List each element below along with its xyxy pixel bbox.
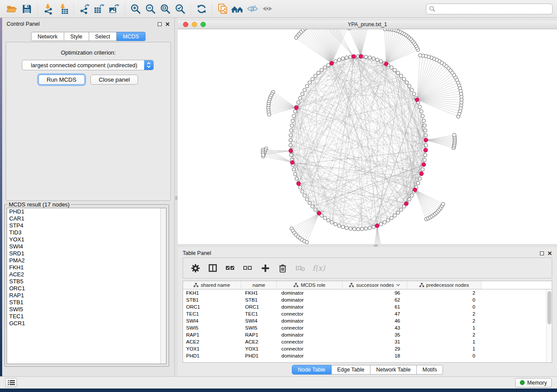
criterion-select[interactable]: largest connected component (undirected) [22,60,154,70]
column-header-shared-name[interactable]: shared name [183,281,241,289]
list-item[interactable]: ORC1 [7,285,166,292]
network-node[interactable] [423,153,427,157]
network-node[interactable] [305,241,308,244]
table-options-button[interactable] [187,260,203,276]
network-node[interactable] [364,227,368,230]
table-row[interactable]: FKH1FKH1dominator962 [183,289,552,296]
export-image-button[interactable] [107,2,121,16]
table-row[interactable]: ACE2ACE2connector311 [183,338,552,345]
network-node[interactable] [408,84,411,88]
show-all-button[interactable] [260,2,275,16]
network-node[interactable] [410,194,414,197]
network-node[interactable] [421,168,424,171]
network-node-mcds[interactable] [422,162,426,166]
tab-network-table[interactable]: Network Table [370,365,417,375]
network-node-mcds[interactable] [329,61,333,65]
network-node[interactable] [368,56,371,59]
network-node[interactable] [424,144,428,147]
network-node[interactable] [294,110,297,113]
table-row[interactable]: STB1STB1dominator620 [183,296,552,303]
list-item[interactable]: CAR1 [7,215,166,222]
table-row[interactable]: YOX1YOX1connector291 [183,345,552,352]
list-item[interactable]: YOX1 [7,236,166,243]
select-all-button[interactable] [222,260,238,276]
network-node-mcds[interactable] [375,224,379,228]
zoom-in-button[interactable] [128,2,143,16]
network-node[interactable] [418,105,422,109]
list-item[interactable]: PHD1 [7,208,166,215]
tab-edge-table[interactable]: Edge Table [332,365,370,375]
network-node[interactable] [399,74,403,78]
list-item[interactable]: TEC1 [7,313,166,320]
close-panel-icon[interactable]: ✕ [547,251,552,255]
network-node[interactable] [416,181,420,185]
float-panel-icon[interactable] [540,251,544,255]
network-node[interactable] [289,134,293,137]
network-node[interactable] [402,77,406,81]
network-node[interactable] [349,227,352,230]
network-node-mcds[interactable] [297,182,301,186]
network-node[interactable] [390,216,393,220]
table-row[interactable]: RAP1RAP1dominator352 [183,331,552,338]
export-table-button[interactable] [92,2,107,16]
network-node-mcds[interactable] [424,138,428,142]
network-node[interactable] [289,138,292,142]
network-node[interactable] [405,81,408,84]
network-node[interactable] [301,190,304,193]
delete-column-button[interactable] [275,260,291,276]
list-item[interactable]: TID3 [7,229,166,236]
network-node[interactable] [330,220,334,224]
list-item[interactable]: ACE2 [7,271,166,278]
network-node[interactable] [292,114,296,118]
network-node[interactable] [441,203,445,206]
network-node[interactable] [303,88,306,92]
network-node[interactable] [419,54,422,57]
list-item[interactable]: STP4 [7,222,166,229]
network-node[interactable] [423,158,426,162]
vertical-splitter[interactable] [175,18,178,376]
network-node[interactable] [290,153,293,157]
duplicate-network-button[interactable] [215,2,230,16]
network-node[interactable] [410,88,414,92]
column-header-mcds-role[interactable]: MCDS role [277,281,343,289]
network-node-mcds[interactable] [404,202,408,206]
network-node[interactable] [424,134,427,137]
task-history-button[interactable] [5,378,17,387]
zoom-out-button[interactable] [143,2,158,16]
open-file-button[interactable] [4,2,19,16]
close-panel-icon[interactable]: ✕ [165,22,170,26]
mcds-list-scrollbar[interactable] [160,208,166,364]
network-node[interactable] [421,114,424,118]
tab-mcds[interactable]: MCDS [117,32,145,41]
network-node[interactable] [364,55,368,58]
table-row[interactable]: SWI4SWI4dominator462 [183,317,552,324]
network-node-mcds[interactable] [317,211,321,215]
delete-table-button[interactable] [292,260,308,276]
column-header-successor-nodes[interactable]: successor nodes [343,281,407,289]
network-node[interactable] [323,66,327,69]
network-node-mcds[interactable] [415,98,419,102]
network-node[interactable] [423,129,427,132]
list-item[interactable]: GCR1 [7,320,166,327]
network-node[interactable] [337,224,341,227]
network-node[interactable] [334,60,337,63]
network-node[interactable] [423,124,426,127]
network-node[interactable] [422,119,426,123]
network-node-mcds[interactable] [384,62,388,66]
function-builder-button[interactable]: f(x) [310,260,328,276]
network-node[interactable] [291,119,294,123]
scrollbar-thumb[interactable] [547,291,551,324]
network-node[interactable] [294,172,297,176]
network-node[interactable] [393,214,397,217]
network-node-mcds[interactable] [413,188,417,192]
network-node-mcds[interactable] [419,172,423,175]
network-node[interactable] [297,101,300,104]
first-neighbors-button[interactable] [230,2,245,16]
zoom-selected-button[interactable] [173,2,187,16]
column-header-predecessor-nodes[interactable]: predecessor nodes [407,281,481,289]
network-node[interactable] [320,68,323,72]
network-window-titlebar[interactable]: YPA_prune.txt_1 [178,20,557,29]
network-node[interactable] [261,153,265,157]
network-node[interactable] [305,84,309,88]
hide-selected-button[interactable] [245,2,260,16]
